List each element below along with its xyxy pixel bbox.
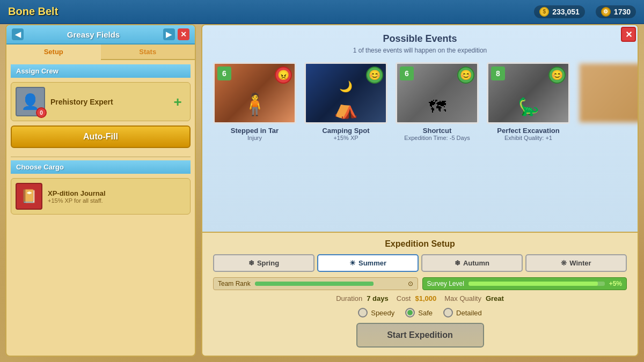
autofill-button[interactable]: Auto-Fill [11, 125, 191, 148]
spring-icon: ❄ [248, 259, 254, 267]
crew-name: Prehistory Expert [50, 98, 164, 106]
resources-panel: $ 233,051 ⚙ 1730 [534, 5, 636, 18]
location-next-button[interactable]: ▶ [163, 28, 175, 40]
currency1-item: $ 233,051 [534, 5, 585, 18]
speedy-radio [358, 308, 368, 317]
crew-level-badge: 0 [36, 107, 47, 118]
team-rank-icon: ⊙ [408, 280, 413, 287]
left-panel: ◀ Greasy Fields ▶ ✕ Setup Stats Assign C… [5, 24, 196, 357]
event-card-image-0: 6 😠 🧍 [213, 62, 296, 124]
cargo-item: 📔 XP-dition Journal +15% XP for all staf… [11, 178, 191, 215]
quality-label: Max Quality [444, 294, 481, 302]
cargo-name: XP-dition Journal [48, 189, 106, 197]
cargo-icon: 📔 [16, 183, 42, 210]
event-card-image-1: 😊 ⛺ 🌙 [304, 62, 387, 124]
setup-area: Expedition Setup ❄ Spring ☀ Summer ❄ Aut… [202, 232, 638, 356]
tab-stats[interactable]: Stats [101, 45, 195, 59]
winter-label: Winter [569, 259, 591, 267]
game-title: Bone Belt [8, 5, 58, 18]
event-card-number-3: 8 [491, 67, 505, 80]
event-card-sublabel-0: Injury [213, 135, 296, 141]
divider [11, 157, 191, 157]
event-card-2: 6 😊 🗺 Shortcut Expedition Time: -5 Days [396, 62, 479, 141]
event-card-face-1: 😊 [366, 67, 383, 84]
summer-icon: ☀ [349, 259, 356, 267]
survey-level-bonus: +5% [609, 280, 622, 287]
event-card-face-2: 😊 [457, 67, 474, 84]
event-card-face-0: 😠 [275, 67, 292, 84]
safe-label: Safe [418, 309, 433, 317]
gem-icon: ⚙ [601, 7, 611, 17]
event-card-image-blurred [578, 62, 638, 124]
expedition-setup-title: Expedition Setup [213, 239, 627, 249]
coin-icon: $ [539, 7, 549, 17]
location-prev-button[interactable]: ◀ [12, 28, 24, 40]
cargo-info: XP-dition Journal +15% XP for all staff. [48, 189, 106, 204]
detail-duration: Duration 7 days [336, 294, 389, 302]
survey-level-label: Survey Level [427, 280, 464, 287]
crew-info: Prehistory Expert [50, 98, 164, 106]
mode-detailed-button[interactable]: Detailed [443, 308, 482, 317]
cost-label: Cost [397, 294, 411, 302]
location-close-button[interactable]: ✕ [178, 28, 189, 40]
duration-value: 7 days [367, 294, 388, 302]
season-summer-button[interactable]: ☀ Summer [317, 254, 419, 272]
survey-level-bar: Survey Level +5% [422, 277, 627, 290]
location-header: ◀ Greasy Fields ▶ ✕ [6, 25, 195, 45]
winter-icon: ❊ [561, 259, 567, 267]
mode-speedy-button[interactable]: Speedy [358, 308, 394, 317]
quality-value: Great [486, 294, 504, 302]
main-inner: Possible Events 1 of these events will h… [201, 24, 639, 357]
left-panel-inner: ◀ Greasy Fields ▶ ✕ Setup Stats Assign C… [5, 24, 196, 357]
event-card-3: 8 😊 🦕 Perfect Excavation Exhibit Quality… [487, 62, 570, 141]
panel-content: Assign Crew 👤 0 Prehistory Expert + Auto… [6, 60, 195, 219]
main-content: Possible Events 1 of these events will h… [201, 24, 639, 357]
event-card-face-3: 😊 [548, 67, 566, 84]
main-close-button[interactable]: ✕ [621, 27, 636, 42]
detailed-label: Detailed [456, 309, 482, 317]
safe-radio [405, 308, 415, 317]
panel-tabs: Setup Stats [6, 45, 195, 60]
location-name: Greasy Fields [67, 30, 120, 39]
cargo-section-header: Choose Cargo [11, 160, 191, 174]
add-crew-button[interactable]: + [170, 94, 186, 110]
event-card-sublabel-1: +15% XP [304, 135, 387, 141]
season-autumn-button[interactable]: ❄ Autumn [421, 254, 523, 272]
currency2-item: ⚙ 1730 [596, 5, 636, 18]
crew-slot: 👤 0 Prehistory Expert + [11, 82, 191, 121]
currency1-value: 233,051 [552, 8, 580, 16]
tab-setup[interactable]: Setup [6, 45, 101, 60]
spring-label: Spring [257, 259, 279, 267]
cargo-desc: +15% XP for all staff. [48, 197, 106, 204]
event-card-number-2: 6 [400, 67, 414, 80]
events-title: Possible Events [213, 33, 627, 45]
crew-avatar-icon: 👤 [21, 93, 40, 110]
team-rank-fill-inner [255, 282, 374, 286]
team-rank-fill [255, 282, 404, 286]
detail-quality: Max Quality Great [444, 294, 504, 302]
speedy-label: Speedy [371, 309, 394, 317]
event-card-sublabel-2: Expedition Time: -5 Days [396, 135, 479, 141]
currency2-value: 1730 [614, 8, 631, 16]
event-card-1: 😊 ⛺ 🌙 Camping Spot +15% XP [304, 62, 387, 141]
autumn-icon: ❄ [455, 259, 460, 267]
stats-row: Team Rank ⊙ Survey Level +5% [213, 277, 627, 290]
crew-section-header: Assign Crew [11, 64, 191, 78]
safe-radio-inner [407, 310, 413, 315]
survey-level-fill-inner [469, 282, 598, 286]
top-bar: Bone Belt $ 233,051 ⚙ 1730 [0, 0, 644, 24]
duration-label: Duration [336, 294, 362, 302]
survey-level-fill [469, 282, 605, 286]
mode-buttons: Speedy Safe Detailed [213, 308, 627, 317]
event-card-image-2: 6 😊 🗺 [396, 62, 479, 124]
start-expedition-button[interactable]: Start Expedition [356, 323, 484, 348]
detailed-radio [443, 308, 453, 317]
season-winter-button[interactable]: ❊ Winter [525, 254, 627, 272]
events-area: Possible Events 1 of these events will h… [202, 25, 638, 232]
details-row: Duration 7 days Cost $1,000 Max Quality … [213, 294, 627, 302]
event-card-image-3: 8 😊 🦕 [487, 62, 570, 124]
team-rank-label: Team Rank [218, 280, 251, 287]
season-spring-button[interactable]: ❄ Spring [213, 254, 314, 272]
mode-safe-button[interactable]: Safe [405, 308, 433, 317]
summer-label: Summer [358, 259, 386, 267]
